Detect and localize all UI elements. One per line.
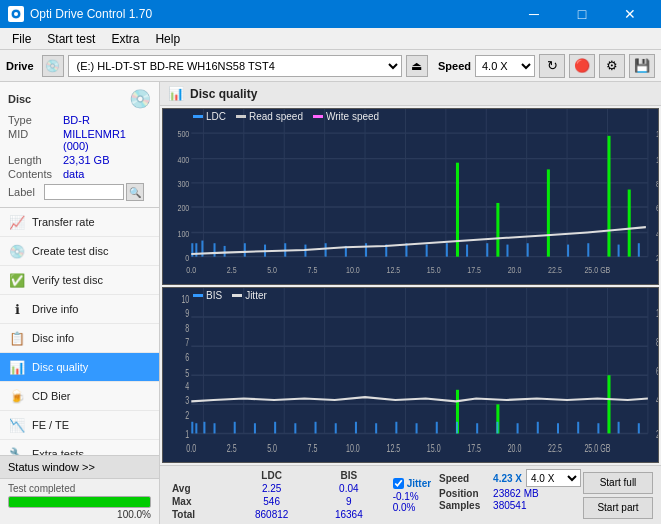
svg-text:9: 9 [185,307,189,319]
svg-rect-117 [191,421,193,433]
start-full-button[interactable]: Start full [583,472,653,494]
sidebar-item-create-test-disc[interactable]: 💿 Create test disc [0,237,159,266]
position-label: Position [439,488,489,499]
transfer-rate-label: Transfer rate [32,216,95,228]
svg-rect-144 [638,423,640,433]
bis-legend: BIS Jitter [193,290,267,301]
legend-bis-dot [193,294,203,297]
menu-start-test[interactable]: Start test [39,30,103,48]
maximize-button[interactable]: □ [559,0,605,28]
sidebar-item-disc-info[interactable]: 📋 Disc info [0,324,159,353]
samples-label: Samples [439,500,489,511]
max-bis: 9 [313,495,385,508]
contents-key: Contents [8,168,63,180]
svg-text:300: 300 [177,178,189,189]
legend-jitter: Jitter [232,290,267,301]
sidebar-item-extra-tests[interactable]: 🔧 Extra tests [0,440,159,455]
title-text: Opti Drive Control 1.70 [30,7,511,21]
speed-select-small[interactable]: 4.0 X [526,469,581,487]
create-test-label: Create test disc [32,245,108,257]
svg-text:2: 2 [185,409,189,421]
status-window-button[interactable]: Status window >> [0,455,159,478]
sidebar-item-verify-test-disc[interactable]: ✅ Verify test disc [0,266,159,295]
svg-rect-64 [446,243,448,256]
svg-text:20.0: 20.0 [508,264,522,275]
legend-read-label: Read speed [249,111,303,122]
svg-rect-63 [628,190,631,257]
svg-text:10.0: 10.0 [346,443,360,455]
speed-select[interactable]: 4.0 X [475,55,535,77]
svg-rect-69 [567,245,569,257]
svg-rect-60 [496,203,499,257]
svg-rect-47 [214,243,216,256]
svg-text:7.5: 7.5 [308,443,318,455]
svg-text:8: 8 [185,322,189,334]
sidebar: Disc 💿 Type BD-R MID MILLENMR1 (000) Len… [0,82,160,524]
svg-rect-137 [496,421,498,433]
svg-text:22.5: 22.5 [548,443,562,455]
col-header-ldc: LDC [230,469,313,482]
toolbar-btn-3[interactable]: ⚙ [599,54,625,78]
jitter-checkbox[interactable] [393,478,404,489]
sidebar-item-transfer-rate[interactable]: 📈 Transfer rate [0,208,159,237]
drive-info-icon: ℹ [8,300,26,318]
length-key: Length [8,154,63,166]
cd-bier-label: CD Bier [32,390,71,402]
svg-rect-62 [607,136,610,257]
menu-extra[interactable]: Extra [103,30,147,48]
sidebar-item-fe-te[interactable]: 📉 FE / TE [0,411,159,440]
svg-rect-53 [325,243,327,256]
contents-val[interactable]: data [63,168,84,180]
sidebar-nav: 📈 Transfer rate 💿 Create test disc ✅ Ver… [0,208,159,455]
drive-icon-btn[interactable]: 💿 [42,55,64,77]
col-header-empty [168,469,230,482]
toolbar-btn-1[interactable]: ↻ [539,54,565,78]
menu-file[interactable]: File [4,30,39,48]
dq-title: Disc quality [190,87,257,101]
svg-text:4X: 4X [656,227,658,238]
svg-text:500: 500 [177,128,189,139]
progress-value: 100.0% [8,509,151,520]
menu-bar: File Start test Extra Help [0,28,661,50]
svg-rect-134 [607,375,610,433]
extra-tests-label: Extra tests [32,448,84,455]
label-input[interactable] [44,184,124,200]
verify-test-label: Verify test disc [32,274,103,286]
svg-text:100: 100 [177,227,189,238]
svg-rect-122 [254,423,256,433]
svg-rect-48 [224,246,226,257]
close-button[interactable]: ✕ [607,0,653,28]
mid-val: MILLENMR1 (000) [63,128,151,152]
disc-quality-header: 📊 Disc quality [160,82,661,106]
svg-text:8X: 8X [656,178,658,189]
label-key: Label [8,186,44,198]
svg-rect-58 [426,245,428,257]
toolbar-btn-2[interactable]: 🔴 [569,54,595,78]
label-search-button[interactable]: 🔍 [126,183,144,201]
svg-text:0.0: 0.0 [186,264,196,275]
ldc-legend: LDC Read speed Write speed [193,111,379,122]
drive-select[interactable]: (E:) HL-DT-ST BD-RE WH16NS58 TST4 [68,55,402,77]
progress-bar-inner [9,497,150,507]
sidebar-item-cd-bier[interactable]: 🍺 CD Bier [0,382,159,411]
svg-rect-123 [274,421,276,433]
jitter-max-val: 0.0% [393,502,431,513]
sidebar-item-disc-quality[interactable]: 📊 Disc quality [0,353,159,382]
bis-chart-svg: 1 2 3 4 5 6 7 8 9 10 2% 4% 6% 8% 10% [163,288,658,463]
toolbar-btn-4[interactable]: 💾 [629,54,655,78]
drive-label: Drive [6,60,34,72]
svg-text:10.0: 10.0 [346,264,360,275]
action-buttons: Start full Start part [583,469,653,521]
sidebar-item-drive-info[interactable]: ℹ Drive info [0,295,159,324]
start-part-button[interactable]: Start part [583,497,653,519]
eject-button[interactable]: ⏏ [406,55,428,77]
svg-text:17.5: 17.5 [467,264,481,275]
svg-rect-49 [244,243,246,256]
svg-text:3: 3 [185,395,189,407]
svg-point-1 [14,12,18,16]
menu-help[interactable]: Help [147,30,188,48]
svg-rect-126 [335,423,337,433]
legend-read: Read speed [236,111,303,122]
fe-te-label: FE / TE [32,419,69,431]
minimize-button[interactable]: ─ [511,0,557,28]
